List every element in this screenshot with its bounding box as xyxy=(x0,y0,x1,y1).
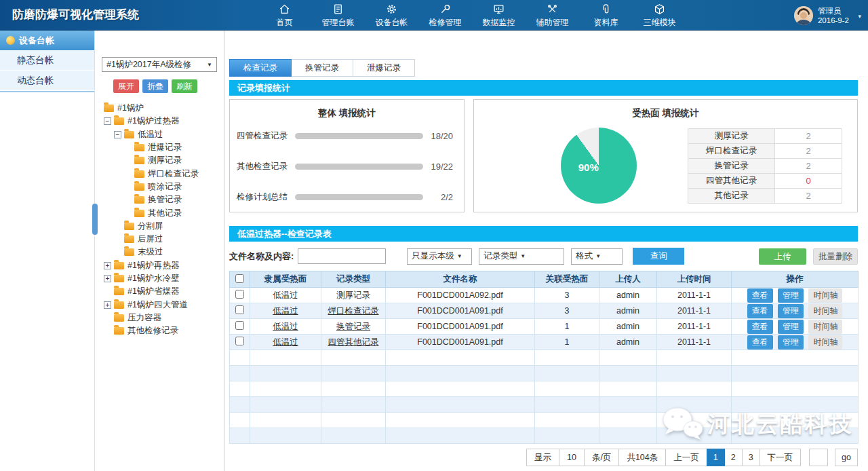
go-button[interactable]: go xyxy=(835,449,858,466)
filename-filter-label: 文件名称及内容: xyxy=(229,250,294,263)
tree-node[interactable]: 压力容器 xyxy=(96,312,224,324)
expand-button[interactable]: 展开 xyxy=(113,79,139,93)
format-select[interactable]: 格式 xyxy=(571,248,623,265)
tree-node[interactable]: 分割屏 xyxy=(96,220,224,233)
tree-node[interactable]: 其他记录 xyxy=(96,206,224,219)
tab-explosion-records[interactable]: 泄爆记录 xyxy=(353,59,415,77)
cell-heating-surface[interactable]: 低温过 xyxy=(250,288,321,303)
sidebar-item-dynamic-ledger[interactable]: 动态台帐 xyxy=(0,71,94,91)
collapse-button[interactable]: 折叠 xyxy=(142,79,168,93)
tree-node[interactable]: + #1锅炉水冷壁 xyxy=(96,272,224,285)
row-checkbox[interactable] xyxy=(235,305,244,314)
nav-item-equipment[interactable]: 设备台帐 xyxy=(365,0,418,31)
heat-stats-label: 其他记录 xyxy=(688,188,775,203)
col-record-type: 记录类型 xyxy=(321,271,386,288)
page-size-select[interactable]: 10 xyxy=(559,449,585,466)
nav-item-library[interactable]: 资料库 xyxy=(579,0,633,31)
row-checkbox[interactable] xyxy=(235,290,244,299)
tree-node[interactable]: #1锅炉省煤器 xyxy=(96,285,224,298)
row-checkbox[interactable] xyxy=(235,337,244,345)
tree-node[interactable]: 喷涂记录 xyxy=(96,181,224,193)
cell-record-type[interactable]: 换管记录 xyxy=(321,319,386,335)
tree-node[interactable]: − 低温过 xyxy=(96,128,224,141)
cell-upload-time: 2011-1-1 xyxy=(657,303,732,319)
stats-row: 整体 填报统计 四管检查记录 18/20 其他检查记录 19/22 xyxy=(229,99,858,212)
timeline-button[interactable]: 时间轴 xyxy=(808,288,842,303)
cell-heating-surface[interactable]: 低温过 xyxy=(250,303,321,319)
tree-expander-icon[interactable]: − xyxy=(114,131,121,138)
heat-stats-value: 2 xyxy=(775,158,842,173)
batch-delete-button[interactable]: 批量删除 xyxy=(813,248,858,265)
view-button[interactable]: 查看 xyxy=(747,288,773,303)
timeline-button[interactable]: 时间轴 xyxy=(808,304,842,318)
nav-item-monitoring[interactable]: 数据监控 xyxy=(472,0,526,31)
nav-item-ledger[interactable]: 管理台账 xyxy=(311,0,365,31)
timeline-button[interactable]: 时间轴 xyxy=(808,320,842,334)
cell-actions: 查看 管理 时间轴 xyxy=(732,319,859,335)
manage-button[interactable]: 管理 xyxy=(778,335,804,350)
cell-record-type[interactable]: 四管其他记录 xyxy=(321,335,386,350)
timeline-button[interactable]: 时间轴 xyxy=(808,335,842,350)
tree-node[interactable]: 末级过 xyxy=(96,246,224,259)
manage-button[interactable]: 管理 xyxy=(778,304,804,318)
manage-button[interactable]: 管理 xyxy=(778,320,804,334)
upload-button[interactable]: 上传 xyxy=(759,248,806,265)
cell-heating-surface[interactable]: 低温过 xyxy=(250,319,321,335)
nav-item-auxiliary[interactable]: 辅助管理 xyxy=(526,0,579,31)
cell-record-type[interactable]: 焊口检查记录 xyxy=(321,303,386,319)
view-button[interactable]: 查看 xyxy=(747,320,773,334)
col-heating-surface: 隶属受热面 xyxy=(250,271,321,288)
tree-buttons: 展开 折叠 刷新 xyxy=(113,79,224,93)
nav-item-maintenance[interactable]: 检修管理 xyxy=(418,0,472,31)
tree-node[interactable]: 泄爆记录 xyxy=(96,141,224,154)
sidebar-item-equipment-ledger[interactable]: 设备台帐 xyxy=(0,31,94,50)
tree-node[interactable]: #1锅炉 xyxy=(96,102,224,115)
filename-search-input[interactable] xyxy=(298,248,386,264)
heating-surface-table: 测厚记录 2 焊口检查记录 2 换管记录 2 xyxy=(688,128,842,204)
chevron-down-icon[interactable]: ▾ xyxy=(858,13,861,20)
page-button-2[interactable]: 2 xyxy=(724,449,743,466)
goto-page-input[interactable] xyxy=(809,449,828,466)
tree-node[interactable]: + #1锅炉四大管道 xyxy=(96,298,224,311)
view-button[interactable]: 查看 xyxy=(747,304,773,318)
prev-page-button[interactable]: 上一页 xyxy=(665,449,707,466)
folder-icon xyxy=(124,236,134,243)
overhaul-select[interactable]: #1锅炉2017年A级检修 xyxy=(102,57,217,72)
tab-inspection-records[interactable]: 检查记录 xyxy=(229,59,292,77)
tab-tube-replacement-records[interactable]: 换管记录 xyxy=(291,59,353,77)
tree-node[interactable]: + #1锅炉再热器 xyxy=(96,259,224,272)
level-select[interactable]: 只显示本级 xyxy=(407,248,472,265)
tree-expander-icon[interactable]: + xyxy=(104,275,111,282)
tree-expander-icon[interactable]: − xyxy=(104,117,111,125)
view-button[interactable]: 查看 xyxy=(747,335,773,350)
manage-button[interactable]: 管理 xyxy=(778,288,804,303)
record-type-select[interactable]: 记录类型 xyxy=(479,248,564,265)
sidebar-item-static-ledger[interactable]: 静态台帐 xyxy=(0,50,94,71)
tree-scrollbar-thumb[interactable] xyxy=(92,204,98,235)
tree-node[interactable]: 焊口检查记录 xyxy=(96,167,224,180)
refresh-button[interactable]: 刷新 xyxy=(172,79,197,93)
tree-expander-icon[interactable]: + xyxy=(104,262,111,269)
nav-item-home[interactable]: 首页 xyxy=(258,0,311,31)
tree-expander-icon[interactable]: + xyxy=(104,301,111,309)
chevron-down-icon xyxy=(595,253,601,259)
page-button-1[interactable]: 1 xyxy=(707,449,725,466)
select-all-checkbox[interactable] xyxy=(235,274,244,283)
cell-heating-surface[interactable]: 低温过 xyxy=(250,335,321,350)
cell-record-type[interactable]: 测厚记录 xyxy=(321,288,386,303)
tree-node-label: #1锅炉再热器 xyxy=(127,260,179,271)
search-button[interactable]: 查询 xyxy=(633,248,684,265)
tree-node[interactable]: 测厚记录 xyxy=(96,154,224,167)
next-page-button[interactable]: 下一页 xyxy=(760,449,802,466)
tree-node[interactable]: 换管记录 xyxy=(96,193,224,206)
user-menu[interactable]: 管理员 2016-9-2 xyxy=(794,0,849,31)
cell-uploader: admin xyxy=(599,303,657,319)
equipment-tree: #1锅炉 − #1锅炉过热器 − 低温过 泄爆记录 xyxy=(96,102,224,337)
tree-node[interactable]: − #1锅炉过热器 xyxy=(96,115,224,128)
page-button-3[interactable]: 3 xyxy=(742,449,760,466)
table-row-empty xyxy=(230,397,859,413)
nav-item-3d-module[interactable]: 三维模块 xyxy=(633,0,686,31)
tree-node[interactable]: 后屏过 xyxy=(96,233,224,246)
row-checkbox[interactable] xyxy=(235,321,244,330)
tree-node[interactable]: 其他检修记录 xyxy=(96,324,224,337)
